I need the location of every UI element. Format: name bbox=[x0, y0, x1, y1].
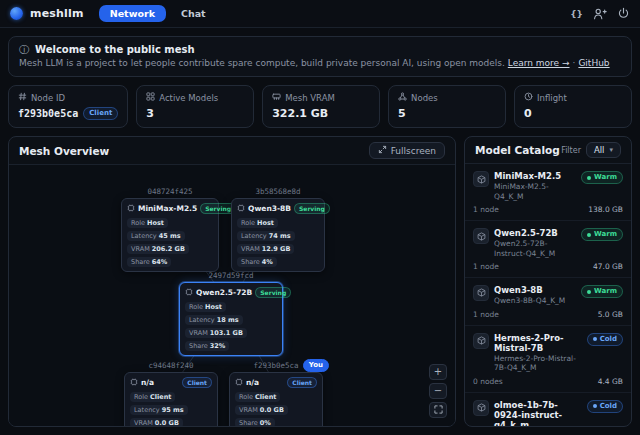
stat-label: Inflight bbox=[537, 93, 567, 103]
stat-value: 3 bbox=[146, 107, 154, 120]
model-icon bbox=[473, 400, 489, 416]
banner-title: Welcome to the public mesh bbox=[35, 44, 195, 55]
stat-value: 322.1 GB bbox=[272, 107, 328, 120]
zoom-out-button[interactable]: − bbox=[429, 383, 447, 399]
power-icon bbox=[617, 7, 630, 20]
model-catalog-item[interactable]: Qwen2.5-72B Qwen2.5-72B-Instruct-Q4_K_M … bbox=[465, 221, 631, 278]
info-icon: ⓘ bbox=[19, 45, 29, 55]
power-button[interactable] bbox=[617, 7, 630, 20]
topbar-actions: {} bbox=[570, 7, 630, 21]
filter-select[interactable]: All▾ bbox=[586, 142, 621, 158]
model-node-count: 1 node bbox=[473, 205, 499, 214]
node-card: Qwen3-8B Serving RoleHost Latency74 ms V… bbox=[231, 198, 325, 272]
node-card: MiniMax-M2.5 Serving RoleHost Latency45 … bbox=[121, 198, 219, 272]
mesh-node-c94648f240[interactable]: c94648f240 n/a Client RoleClient Latency… bbox=[124, 361, 218, 427]
graph-controls: + − bbox=[429, 364, 447, 418]
node-model-name: n/a bbox=[141, 378, 154, 387]
mesh-overview-panel: Mesh Overview Fullscreen 048724f425 bbox=[8, 136, 456, 427]
separator-dot: · bbox=[573, 58, 576, 68]
model-variant: Qwen3-8B-Q4_K_M bbox=[494, 296, 574, 305]
model-variant: Qwen2.5-72B-Instruct-Q4_K_M bbox=[494, 239, 574, 258]
expand-corners-icon bbox=[434, 405, 443, 416]
node-id-label: 048724f425 bbox=[121, 187, 219, 196]
filter-label: Filter bbox=[561, 146, 581, 155]
model-name: MiniMax-M2.5 bbox=[494, 171, 574, 181]
node-card: n/a Client RoleClient VRAM0.0 GB Share0% bbox=[229, 372, 323, 427]
status-badge: Warm bbox=[581, 228, 623, 241]
model-catalog-item[interactable]: Hermes-2-Pro-Mistral-7B Hermes-2-Pro-Mis… bbox=[465, 326, 631, 393]
serving-badge: Serving bbox=[294, 203, 330, 214]
mesh-node-f293b0e5ca[interactable]: You f293b0e5ca n/a Client RoleClient VRA… bbox=[229, 361, 323, 427]
serving-badge: Serving bbox=[255, 287, 291, 298]
mesh-node-048724f425[interactable]: 048724f425 MiniMax-M2.5 Serving RoleHost… bbox=[121, 187, 219, 272]
mesh-node-3b58568e8d[interactable]: 3b58568e8d Qwen3-8B Serving RoleHost Lat… bbox=[231, 187, 325, 272]
share-chip: Share32% bbox=[185, 341, 229, 351]
welcome-banner: ⓘ Welcome to the public mesh Mesh LLM is… bbox=[8, 36, 632, 77]
mesh-graph[interactable]: 048724f425 MiniMax-M2.5 Serving RoleHost… bbox=[9, 165, 455, 426]
app: meshllm Network Chat {} ⓘ Welcome to the… bbox=[0, 0, 640, 435]
brand-llm: llm bbox=[64, 7, 84, 20]
share-chip: Share4% bbox=[237, 257, 277, 267]
node-id-label: 3b58568e8d bbox=[231, 187, 325, 196]
model-catalog-item[interactable]: MiniMax-M2.5 MiniMax-M2.5-Q4_K_M Warm 1 … bbox=[465, 164, 631, 221]
vram-chip: VRAM0.0 GB bbox=[235, 405, 288, 415]
model-catalog-panel: Model Catalog Filter All▾ MiniMax-M2.5 M… bbox=[464, 136, 632, 427]
model-name: olmoe-1b-7b-0924-instruct-q4_k_m bbox=[494, 400, 580, 426]
share-chip: Share64% bbox=[127, 257, 171, 267]
model-node-count: 1 node bbox=[473, 262, 499, 271]
node-model-name: n/a bbox=[246, 378, 259, 387]
role-chip: RoleHost bbox=[127, 218, 168, 228]
client-badge: Client bbox=[182, 377, 212, 388]
vram-chip: VRAM12.9 GB bbox=[237, 244, 294, 254]
status-dot bbox=[587, 176, 591, 180]
code-button[interactable]: {} bbox=[570, 9, 583, 19]
tab-chat[interactable]: Chat bbox=[170, 5, 217, 22]
banner-body: Mesh LLM is a project to let people cont… bbox=[19, 58, 621, 68]
brand: meshllm bbox=[30, 7, 84, 20]
status-dot bbox=[593, 337, 597, 341]
stat-mesh-vram: Mesh VRAM 322.1 GB bbox=[262, 85, 380, 128]
model-variant: MiniMax-M2.5-Q4_K_M bbox=[494, 182, 574, 201]
node-model-name: Qwen2.5-72B bbox=[196, 288, 252, 297]
person-plus-icon bbox=[593, 7, 607, 21]
status-badge: Cold bbox=[587, 400, 623, 413]
stat-value: 0 bbox=[524, 107, 532, 120]
fit-view-button[interactable] bbox=[429, 402, 447, 418]
learn-more-link[interactable]: Learn more → bbox=[508, 58, 570, 68]
model-node-count: 0 nodes bbox=[473, 377, 503, 386]
model-name: Qwen2.5-72B bbox=[494, 228, 574, 238]
github-link[interactable]: GitHub bbox=[578, 58, 609, 68]
model-name: Hermes-2-Pro-Mistral-7B bbox=[494, 333, 580, 353]
client-badge: Client bbox=[83, 107, 118, 120]
model-chip-icon bbox=[237, 204, 245, 212]
role-chip: RoleHost bbox=[237, 218, 278, 228]
model-catalog-item[interactable]: olmoe-1b-7b-0924-instruct-q4_k_m olmoe-1… bbox=[465, 393, 631, 426]
network-icon bbox=[398, 92, 407, 103]
peers-button[interactable] bbox=[593, 7, 607, 21]
latency-chip: Latency45 ms bbox=[127, 231, 185, 241]
model-size: 5.0 GB bbox=[598, 310, 623, 319]
node-id-label: c94648f240 bbox=[124, 361, 218, 370]
model-icon bbox=[473, 285, 489, 301]
node-card: n/a Client RoleClient Latency95 ms VRAM0… bbox=[124, 372, 218, 427]
model-catalog-title: Model Catalog bbox=[475, 144, 560, 156]
model-catalog-item[interactable]: Qwen3-8B Qwen3-8B-Q4_K_M Warm 1 node 5.0… bbox=[465, 278, 631, 326]
you-badge: You bbox=[303, 359, 329, 372]
stat-node-id: Node ID f293b0e5caClient bbox=[8, 85, 128, 128]
latency-chip: Latency74 ms bbox=[237, 231, 295, 241]
zoom-in-button[interactable]: + bbox=[429, 364, 447, 380]
brand-mesh: mesh bbox=[30, 7, 64, 20]
fullscreen-icon bbox=[378, 145, 387, 156]
hash-icon bbox=[18, 92, 27, 103]
model-node-count: 1 node bbox=[473, 310, 499, 319]
tab-network[interactable]: Network bbox=[99, 5, 166, 22]
latency-chip: Latency18 ms bbox=[185, 315, 243, 325]
chevron-down-icon: ▾ bbox=[609, 146, 613, 154]
mesh-node-2497d59fcd[interactable]: 2497d59fcd Qwen2.5-72B Serving RoleHost … bbox=[179, 271, 283, 356]
fullscreen-button[interactable]: Fullscreen bbox=[369, 142, 445, 159]
model-list: MiniMax-M2.5 MiniMax-M2.5-Q4_K_M Warm 1 … bbox=[465, 164, 631, 426]
latency-chip: Latency95 ms bbox=[130, 405, 188, 415]
clock-icon bbox=[524, 92, 533, 103]
vram-chip: VRAM206.2 GB bbox=[127, 244, 189, 254]
model-chip-icon bbox=[235, 378, 243, 386]
